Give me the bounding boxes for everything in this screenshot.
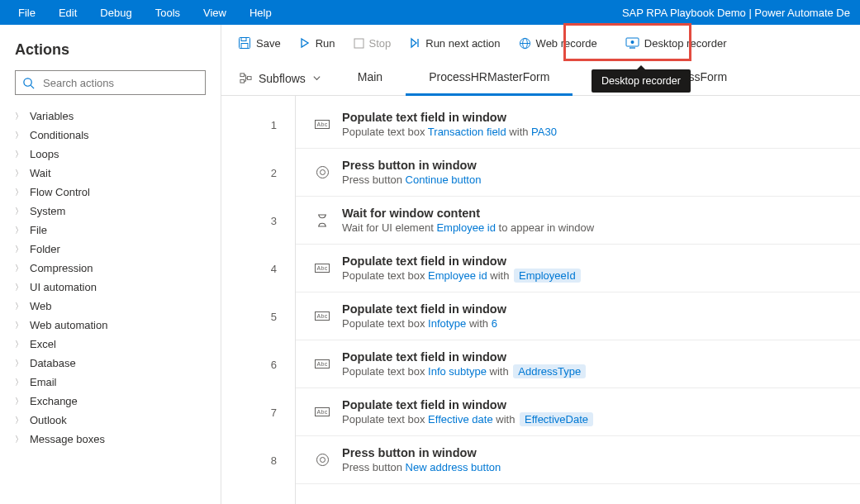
line-number: 2 (221, 149, 295, 197)
sidebar-title: Actions (15, 41, 206, 59)
link-text: Continue button (406, 174, 482, 186)
svg-rect-4 (241, 44, 248, 49)
variable-pill: EffectiveDate (520, 412, 593, 426)
variable-pill: EmployeeId (514, 269, 581, 283)
line-number: 5 (221, 292, 295, 340)
menu-help[interactable]: Help (238, 0, 283, 25)
steps-area: 12345678 AbcPopulate text field in windo… (221, 96, 860, 504)
svg-line-1 (31, 85, 34, 88)
subflows-dropdown[interactable]: Subflows (226, 72, 335, 85)
chevron-right-icon: 〉 (15, 358, 23, 369)
step-title: Populate text field in window (342, 350, 586, 364)
line-number: 7 (221, 388, 295, 436)
category-database[interactable]: 〉Database (0, 354, 221, 373)
category-excel[interactable]: 〉Excel (0, 335, 221, 354)
run-button[interactable]: Run (291, 32, 344, 55)
category-folder[interactable]: 〉Folder (0, 240, 221, 259)
textfield-icon: Abc (315, 120, 330, 129)
category-variables[interactable]: 〉Variables (0, 107, 221, 126)
link-text: 6 (492, 317, 497, 330)
link-text: PA30 (531, 126, 557, 138)
category-outlook[interactable]: 〉Outlook (0, 411, 221, 430)
tab-main[interactable]: Main (335, 61, 406, 96)
category-system[interactable]: 〉System (0, 202, 221, 221)
category-compression[interactable]: 〉Compression (0, 259, 221, 278)
toolbar: Save Run Stop Run next action Web record… (221, 25, 860, 61)
category-wait[interactable]: 〉Wait (0, 164, 221, 183)
step-row[interactable]: AbcPopulate text field in windowPopulate… (296, 292, 860, 340)
step-row[interactable]: AbcPopulate text field in windowPopulate… (296, 245, 860, 292)
step-description: Wait for UI element Employee id to appea… (342, 221, 594, 234)
category-web[interactable]: 〉Web (0, 297, 221, 316)
chevron-right-icon: 〉 (15, 415, 23, 426)
chevron-right-icon: 〉 (15, 263, 23, 274)
step-description: Press button Continue button (342, 174, 481, 186)
step-row[interactable]: AbcPopulate text field in windowPopulate… (296, 388, 860, 436)
step-description: Populate text box Infotype with 6 (342, 317, 506, 330)
svg-point-11 (630, 40, 634, 44)
menu-edit[interactable]: Edit (47, 0, 88, 25)
svg-point-16 (316, 167, 328, 178)
textfield-icon: Abc (315, 407, 330, 416)
desktop-recorder-button[interactable]: Desktop recorder (607, 32, 735, 55)
category-flow-control[interactable]: 〉Flow Control (0, 183, 221, 202)
chevron-right-icon: 〉 (15, 320, 23, 331)
chevron-right-icon: 〉 (15, 244, 23, 255)
menu-debug[interactable]: Debug (88, 0, 143, 25)
menu-tools[interactable]: Tools (144, 0, 192, 25)
category-loops[interactable]: 〉Loops (0, 145, 221, 164)
chevron-right-icon: 〉 (15, 168, 23, 179)
web-recorder-button[interactable]: Web recorde (511, 32, 606, 55)
link-text: Infotype (428, 317, 466, 330)
textfield-icon: Abc (315, 311, 330, 321)
step-description: Populate text box Transaction field with… (342, 126, 557, 138)
chevron-right-icon: 〉 (15, 377, 23, 388)
chevron-right-icon: 〉 (15, 149, 23, 160)
tab-processhrmasterform[interactable]: ProcessHRMasterForm (406, 61, 573, 96)
link-text: Employee id (428, 269, 487, 282)
chevron-right-icon: 〉 (15, 206, 23, 217)
line-number-gutter: 12345678 (221, 96, 296, 504)
chevron-right-icon: 〉 (15, 225, 23, 236)
steps-list: AbcPopulate text field in windowPopulate… (296, 96, 860, 504)
button-press-icon (316, 165, 330, 179)
link-text: Effective date (428, 413, 493, 426)
step-row[interactable]: Press button in windowPress button Conti… (296, 149, 860, 197)
category-web-automation[interactable]: 〉Web automation (0, 316, 221, 335)
step-title: Wait for window content (342, 207, 594, 220)
step-row[interactable]: Wait for window contentWait for UI eleme… (296, 197, 860, 245)
line-number: 6 (221, 340, 295, 388)
category-email[interactable]: 〉Email (0, 373, 221, 392)
chevron-right-icon: 〉 (15, 187, 23, 198)
textfield-icon: Abc (315, 264, 330, 273)
desktop-recorder-tooltip: Desktop recorder (592, 69, 691, 93)
svg-point-19 (320, 458, 325, 463)
svg-point-18 (316, 454, 328, 466)
link-text: Info subtype (428, 365, 487, 378)
category-file[interactable]: 〉File (0, 221, 221, 240)
search-actions-field[interactable] (15, 70, 206, 95)
step-title: Populate text field in window (342, 398, 593, 411)
step-row[interactable]: AbcPopulate text field in windowPopulate… (296, 340, 860, 388)
stop-button[interactable]: Stop (345, 32, 400, 55)
search-input[interactable] (41, 76, 198, 90)
chevron-right-icon: 〉 (15, 301, 23, 312)
menu-view[interactable]: View (192, 0, 238, 25)
run-next-action-button[interactable]: Run next action (401, 32, 508, 55)
tabs-row: Subflows MainProcessHRMasterFormssForm (221, 61, 860, 96)
link-text: New address button (406, 461, 501, 473)
line-number: 1 (221, 101, 295, 149)
category-conditionals[interactable]: 〉Conditionals (0, 126, 221, 145)
save-button[interactable]: Save (230, 31, 289, 55)
window-title: SAP RPA Playbook Demo | Power Automate D… (622, 7, 853, 19)
step-description: Press button New address button (342, 461, 501, 473)
category-message-boxes[interactable]: 〉Message boxes (0, 430, 221, 449)
variable-pill: AddressType (513, 364, 586, 378)
line-number: 4 (221, 245, 295, 292)
category-ui-automation[interactable]: 〉UI automation (0, 278, 221, 297)
step-row[interactable]: AbcPopulate text field in windowPopulate… (296, 101, 860, 149)
svg-rect-13 (240, 74, 245, 77)
menu-file[interactable]: File (7, 0, 47, 25)
step-row[interactable]: Press button in windowPress button New a… (296, 436, 860, 484)
category-exchange[interactable]: 〉Exchange (0, 392, 221, 411)
